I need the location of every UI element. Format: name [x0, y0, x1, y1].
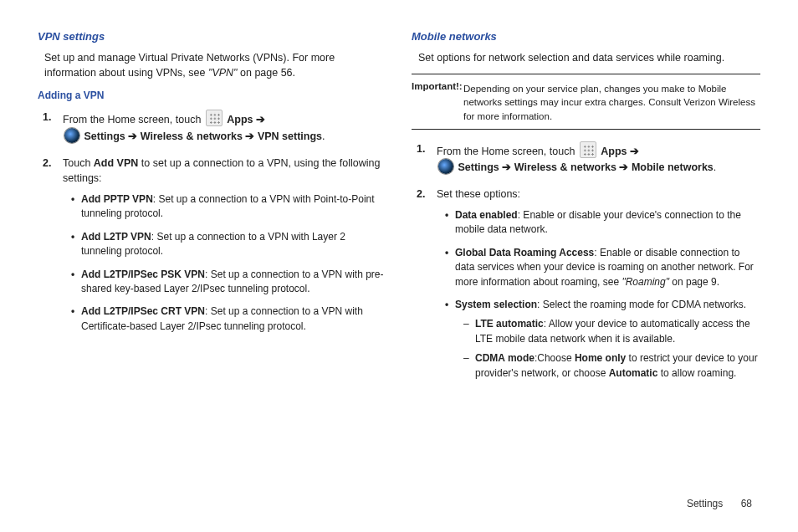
roaming-ref: "Roaming"	[622, 276, 669, 288]
settings-label: Settings	[458, 161, 511, 173]
text: From the Home screen, touch	[63, 114, 204, 125]
dash-lte-automatic: LTE automatic: Allow your device to auto…	[463, 317, 760, 346]
vpn-settings-label: VPN settings	[258, 130, 322, 142]
important-label: Important!:	[412, 81, 463, 91]
vpn-step-2: 2. Touch Add VPN to set up a connection …	[63, 156, 386, 334]
mobile-steps: 1. From the Home screen, touch Apps Sett…	[437, 141, 760, 381]
apps-label: Apps	[227, 114, 265, 125]
page-footer: Settings 68	[0, 498, 798, 509]
vpn-ref: "VPN"	[208, 67, 238, 79]
vpn-step-1: 1. From the Home screen, touch Apps Sett…	[63, 110, 386, 143]
left-column: VPN settings Set up and manage Virtual P…	[38, 29, 386, 481]
automatic-label: Automatic	[609, 367, 658, 379]
text: on page 56.	[238, 67, 296, 79]
text: From the Home screen, touch	[437, 146, 578, 157]
apps-icon	[206, 110, 223, 126]
label: Add PPTP VPN	[81, 193, 153, 205]
vpn-intro: Set up and manage Virtual Private Networ…	[44, 50, 386, 80]
bullet-l2tp-crt: Add L2TP/IPSec CRT VPN: Set up a connect…	[71, 304, 386, 334]
mobile-step-2: 2. Set these options: Data enabled: Enab…	[437, 187, 760, 381]
bullet-system-selection: System selection: Select the roaming mod…	[445, 298, 760, 381]
apps-label: Apps	[601, 146, 639, 157]
desc: : Select the roaming mode for CDMA netwo…	[537, 299, 746, 310]
bullet-pptp: Add PPTP VPN: Set up a connection to a V…	[71, 192, 386, 222]
footer-section: Settings	[687, 498, 723, 509]
text: to allow roaming.	[657, 367, 736, 379]
apps-icon	[580, 141, 596, 158]
desc: on page 9.	[669, 276, 719, 288]
home-only-label: Home only	[575, 352, 626, 364]
label: Data enabled	[455, 209, 518, 221]
period: .	[322, 130, 325, 142]
label: Add L2TP VPN	[81, 231, 151, 243]
label: LTE automatic	[475, 318, 544, 330]
adding-a-vpn-heading: Adding a VPN	[38, 89, 386, 103]
bullet-l2tp: Add L2TP VPN: Set up a connection to a V…	[71, 230, 386, 259]
page-body: VPN settings Set up and manage Virtual P…	[0, 0, 798, 498]
right-column: Mobile networks Set options for network …	[412, 29, 760, 481]
vpn-steps: 1. From the Home screen, touch Apps Sett…	[63, 110, 386, 334]
mobile-networks-heading: Mobile networks	[412, 29, 760, 45]
vpn-type-list: Add PPTP VPN: Set up a connection to a V…	[71, 192, 386, 334]
period: .	[714, 161, 716, 173]
mobile-intro: Set options for network selection and da…	[418, 50, 760, 65]
settings-icon	[438, 159, 453, 174]
wireless-label: Wireless & networks	[141, 130, 255, 142]
bullet-global-roaming: Global Data Roaming Access: Enable or di…	[445, 246, 760, 289]
settings-icon	[64, 128, 79, 143]
step-number: 1.	[43, 110, 51, 125]
mobile-options-list: Data enabled: Enable or disable your dev…	[445, 208, 760, 381]
text: :Choose	[535, 352, 575, 364]
text: Set these options:	[437, 188, 520, 200]
step-number: 2.	[417, 187, 425, 202]
add-vpn-label: Add VPN	[94, 157, 138, 169]
step-number: 1.	[417, 141, 425, 156]
label: Add L2TP/IPSec PSK VPN	[81, 269, 205, 280]
label: Global Data Roaming Access	[455, 247, 594, 258]
text: Touch	[63, 157, 94, 169]
important-note: Important!: Depending on your service pl…	[412, 74, 760, 130]
label: CDMA mode	[475, 352, 535, 364]
settings-label: Settings	[84, 130, 137, 142]
bullet-data-enabled: Data enabled: Enable or disable your dev…	[445, 208, 760, 238]
mobile-networks-label: Mobile networks	[632, 161, 714, 173]
mobile-step-1: 1. From the Home screen, touch Apps Sett…	[437, 141, 760, 175]
bullet-l2tp-psk: Add L2TP/IPSec PSK VPN: Set up a connect…	[71, 268, 386, 297]
step-number: 2.	[43, 156, 51, 171]
label: System selection	[455, 299, 537, 310]
wireless-label: Wireless & networks	[514, 161, 629, 173]
vpn-settings-heading: VPN settings	[38, 29, 386, 45]
label: Add L2TP/IPSec CRT VPN	[81, 305, 205, 317]
dash-cdma-mode: CDMA mode:Choose Home only to restrict y…	[463, 351, 760, 381]
footer-page-number: 68	[741, 498, 752, 509]
important-body: Depending on your service plan, changes …	[463, 82, 760, 124]
